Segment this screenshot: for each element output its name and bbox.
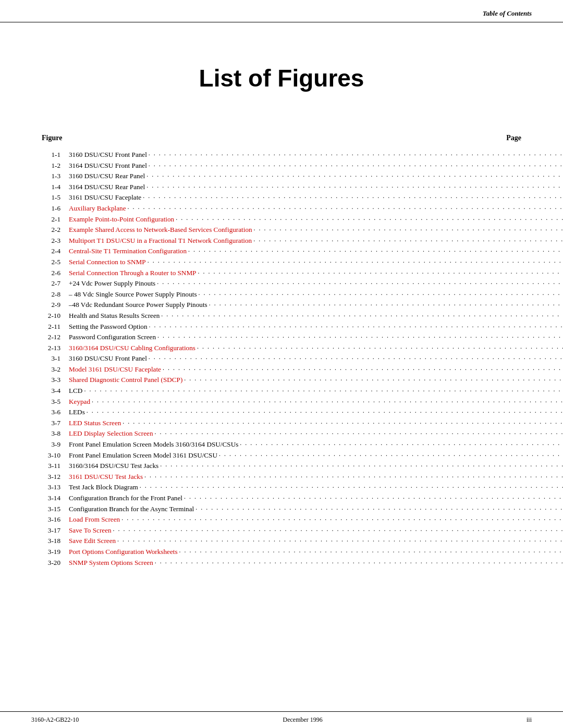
- table-row: 3-11 3160/3164 DSU/CSU Test Jacks . . . …: [42, 461, 521, 472]
- toc-title-text: Example Point-to-Point Configuration: [69, 214, 174, 225]
- toc-num: 3-14: [42, 493, 69, 503]
- toc-dots: . . . . . . . . . . . . . . . . . . . . …: [146, 170, 563, 180]
- toc-num: 2-7: [42, 278, 69, 289]
- toc-title: LED Display Selection Screen . . . . . .…: [69, 428, 563, 439]
- toc-num: 3-7: [42, 418, 69, 428]
- toc-title: Serial Connection to SNMP . . . . . . . …: [69, 257, 563, 268]
- toc-title: Configuration Branch for the Front Panel…: [69, 493, 563, 504]
- toc-title-text: Test Jack Block Diagram: [69, 482, 138, 492]
- toc-dots: . . . . . . . . . . . . . . . . . . . . …: [87, 406, 563, 416]
- footer-right: iii: [527, 716, 532, 724]
- toc-num: 3-10: [42, 450, 69, 461]
- toc-num: 1-2: [42, 161, 69, 171]
- table-row: 3-13 Test Jack Block Diagram . . . . . .…: [42, 482, 521, 493]
- toc-num: 3-11: [42, 461, 69, 471]
- toc-title: Password Configuration Screen . . . . . …: [69, 332, 563, 343]
- toc-num: 2-8: [42, 289, 69, 300]
- toc-title-text: Model 3161 DSU/CSU Faceplate: [69, 364, 161, 375]
- toc-title: Save Edit Screen . . . . . . . . . . . .…: [69, 536, 563, 547]
- toc-title: 3160 DSU/CSU Front Panel . . . . . . . .…: [69, 353, 563, 364]
- toc-title-text: Serial Connection Through a Router to SN…: [69, 268, 196, 278]
- toc-title-text: 3160 DSU/CSU Front Panel: [69, 353, 147, 364]
- toc-title: Auxiliary Backplane . . . . . . . . . . …: [69, 203, 563, 214]
- toc-dots: . . . . . . . . . . . . . . . . . . . . …: [155, 557, 563, 567]
- toc-title-text: Central-Site T1 Termination Configuratio…: [69, 246, 187, 256]
- toc-title-text: 3161 DSU/CSU Faceplate: [69, 192, 141, 203]
- toc-num: 3-15: [42, 504, 69, 514]
- toc-dots: . . . . . . . . . . . . . . . . . . . . …: [123, 417, 563, 427]
- toc-title-text: 3160 DSU/CSU Rear Panel: [69, 171, 145, 181]
- toc-title-text: Save To Screen: [69, 525, 112, 536]
- toc-num: 3-19: [42, 547, 69, 557]
- toc-dots: . . . . . . . . . . . . . . . . . . . . …: [92, 396, 563, 406]
- table-row: 3-17 Save To Screen . . . . . . . . . . …: [42, 525, 521, 536]
- footer-center: December 1996: [283, 716, 323, 724]
- toc-num: 1-5: [42, 192, 69, 203]
- toc-title-text: Port Options Configuration Worksheets: [69, 547, 178, 557]
- table-row: 3-7 LED Status Screen . . . . . . . . . …: [42, 418, 521, 429]
- table-row: 2-8 – 48 Vdc Single Source Power Supply …: [42, 289, 521, 300]
- toc-num: 3-2: [42, 364, 69, 375]
- toc-dots: . . . . . . . . . . . . . . . . . . . . …: [146, 181, 563, 191]
- toc-title: Setting the Password Option . . . . . . …: [69, 322, 563, 332]
- toc-num: 3-3: [42, 375, 69, 385]
- toc-num: 3-16: [42, 514, 69, 525]
- toc-title: Front Panel Emulation Screen Models 3160…: [69, 439, 563, 450]
- toc-dots: . . . . . . . . . . . . . . . . . . . . …: [149, 320, 563, 331]
- toc-num: 3-9: [42, 439, 69, 450]
- toc-title: 3160 DSU/CSU Front Panel . . . . . . . .…: [69, 150, 563, 161]
- toc-title-text: Shared Diagnostic Control Panel (SDCP): [69, 375, 182, 385]
- toc-title-text: Configuration Branch for the Front Panel: [69, 493, 182, 503]
- table-row: 3-16 Load From Screen . . . . . . . . . …: [42, 514, 521, 525]
- toc-title: LCD . . . . . . . . . . . . . . . . . . …: [69, 386, 563, 397]
- toc-title-text: Password Configuration Screen: [69, 332, 156, 342]
- toc-dots: . . . . . . . . . . . . . . . . . . . . …: [197, 342, 563, 352]
- table-row: 3-8 LED Display Selection Screen . . . .…: [42, 428, 521, 439]
- toc-title: 3161 DSU/CSU Faceplate . . . . . . . . .…: [69, 192, 563, 203]
- toc-title-text: Example Shared Access to Network-Based S…: [69, 225, 252, 235]
- toc-num: 2-2: [42, 225, 69, 235]
- toc-dots: . . . . . . . . . . . . . . . . . . . . …: [149, 159, 563, 170]
- toc-title-text: Keypad: [69, 397, 90, 407]
- table-row: 3-3 Shared Diagnostic Control Panel (SDC…: [42, 375, 521, 386]
- toc-num: 2-10: [42, 311, 69, 321]
- toc-title: 3164 DSU/CSU Rear Panel . . . . . . . . …: [69, 182, 563, 193]
- toc-dots: . . . . . . . . . . . . . . . . . . . . …: [219, 449, 563, 460]
- table-row: 2-2 Example Shared Access to Network-Bas…: [42, 225, 521, 236]
- toc-title-text: 3160 DSU/CSU Front Panel: [69, 150, 147, 160]
- toc-title: LED Status Screen . . . . . . . . . . . …: [69, 418, 563, 429]
- toc-title-text: LEDs: [69, 407, 85, 417]
- toc-title-text: +24 Vdc Power Supply Pinouts: [69, 278, 155, 289]
- toc-title: Multiport T1 DSU/CSU in a Fractional T1 …: [69, 236, 563, 246]
- table-row: 3-9 Front Panel Emulation Screen Models …: [42, 439, 521, 450]
- toc-num: 3-6: [42, 407, 69, 417]
- table-row: 2-7 +24 Vdc Power Supply Pinouts . . . .…: [42, 278, 521, 289]
- page-header: Table of Contents: [0, 0, 563, 22]
- toc-dots: . . . . . . . . . . . . . . . . . . . . …: [155, 427, 563, 438]
- toc-num: 3-18: [42, 536, 69, 546]
- toc-dots: . . . . . . . . . . . . . . . . . . . . …: [84, 385, 563, 395]
- toc-title: Health and Status Results Screen . . . .…: [69, 311, 563, 322]
- toc-title: Test Jack Block Diagram . . . . . . . . …: [69, 482, 563, 493]
- toc-title: Model 3161 DSU/CSU Faceplate . . . . . .…: [69, 364, 563, 375]
- table-row: 2-4 Central-Site T1 Termination Configur…: [42, 246, 521, 257]
- toc-title-text: 3160/3164 DSU/CSU Test Jacks: [69, 461, 158, 471]
- toc-num: 3-1: [42, 353, 69, 364]
- table-row: 2-6 Serial Connection Through a Router t…: [42, 268, 521, 279]
- toc-dots: . . . . . . . . . . . . . . . . . . . . …: [199, 288, 563, 299]
- toc-title-text: SNMP System Options Screen: [69, 558, 153, 568]
- toc-title: 3161 DSU/CSU Test Jacks . . . . . . . . …: [69, 472, 563, 483]
- toc-num: 1-3: [42, 171, 69, 181]
- toc-title-text: Load From Screen: [69, 514, 120, 525]
- toc-num: 3-12: [42, 472, 69, 482]
- toc-title: +24 Vdc Power Supply Pinouts . . . . . .…: [69, 278, 563, 289]
- toc-num: 2-12: [42, 332, 69, 342]
- toc-num: 3-8: [42, 428, 69, 439]
- table-row: 1-2 3164 DSU/CSU Front Panel . . . . . .…: [42, 161, 521, 171]
- toc-num: 2-3: [42, 236, 69, 246]
- toc-dots: . . . . . . . . . . . . . . . . . . . . …: [144, 471, 563, 481]
- toc-title-text: Save Edit Screen: [69, 536, 116, 546]
- toc-dots: . . . . . . . . . . . . . . . . . . . . …: [188, 245, 563, 255]
- table-row: 3-5 Keypad . . . . . . . . . . . . . . .…: [42, 397, 521, 408]
- toc-table: 1-1 3160 DSU/CSU Front Panel . . . . . .…: [42, 150, 521, 568]
